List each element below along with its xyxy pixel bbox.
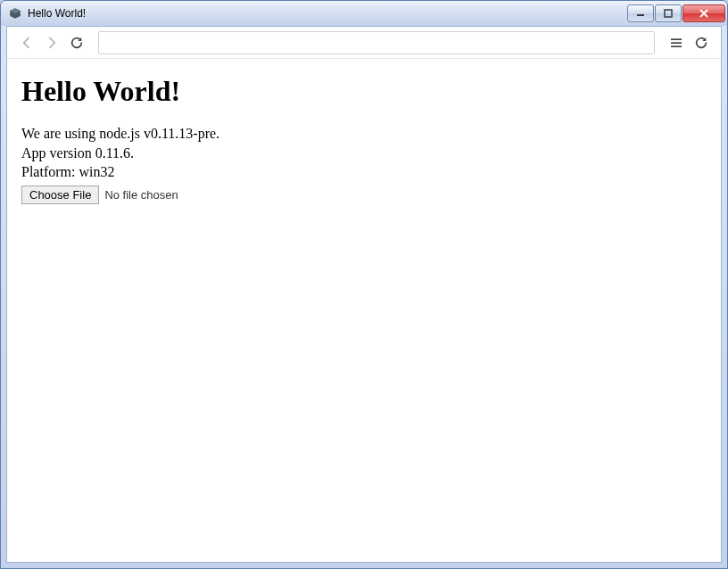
- choose-file-button[interactable]: Choose File: [21, 186, 99, 204]
- window-title: Hello World!: [28, 7, 626, 20]
- close-button[interactable]: [682, 4, 725, 22]
- info-line-nodejs: We are using node.js v0.11.13-pre.: [21, 124, 707, 144]
- svg-rect-3: [665, 10, 672, 17]
- info-line-appversion: App version 0.11.6.: [21, 144, 707, 163]
- reload-button-right[interactable]: [692, 34, 710, 52]
- reload-button[interactable]: [68, 34, 86, 52]
- file-input-row: Choose File No file chosen: [21, 186, 707, 204]
- minimize-button[interactable]: [627, 4, 654, 22]
- page-content: Hello World! We are using node.js v0.11.…: [7, 59, 721, 562]
- back-button[interactable]: [18, 34, 36, 52]
- svg-rect-4: [671, 38, 682, 40]
- info-line-platform: Platform: win32: [21, 162, 707, 182]
- svg-rect-2: [637, 14, 644, 16]
- page-heading: Hello World!: [21, 75, 707, 108]
- svg-rect-6: [671, 45, 682, 47]
- app-icon: [8, 6, 22, 21]
- svg-rect-5: [671, 42, 682, 44]
- file-status-text: No file chosen: [104, 188, 178, 202]
- app-window: Hello World!: [0, 0, 728, 569]
- titlebar[interactable]: Hello World!: [1, 1, 727, 26]
- maximize-button[interactable]: [655, 4, 682, 22]
- menu-button[interactable]: [667, 34, 685, 52]
- browser-toolbar: [7, 27, 721, 59]
- browser-frame: Hello World! We are using node.js v0.11.…: [6, 26, 722, 563]
- window-controls: [626, 4, 725, 22]
- address-bar[interactable]: [98, 31, 655, 54]
- forward-button[interactable]: [43, 34, 61, 52]
